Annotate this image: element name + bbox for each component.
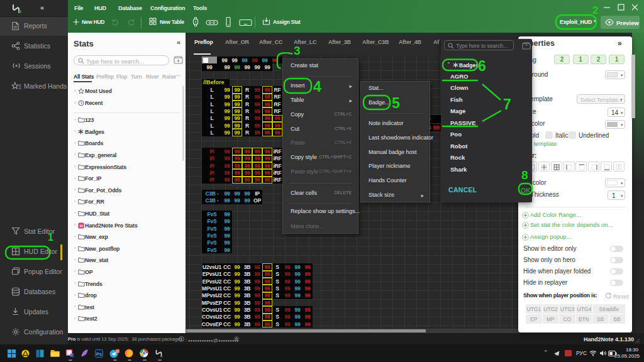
svg-text:1: 1 (48, 232, 53, 243)
svg-text:7: 7 (503, 96, 511, 112)
svg-text:8: 8 (521, 168, 528, 182)
svg-text:5: 5 (392, 95, 400, 111)
svg-text:4: 4 (313, 79, 321, 95)
svg-text:6: 6 (478, 58, 486, 74)
svg-text:3: 3 (294, 44, 301, 57)
svg-text:2: 2 (592, 4, 598, 16)
